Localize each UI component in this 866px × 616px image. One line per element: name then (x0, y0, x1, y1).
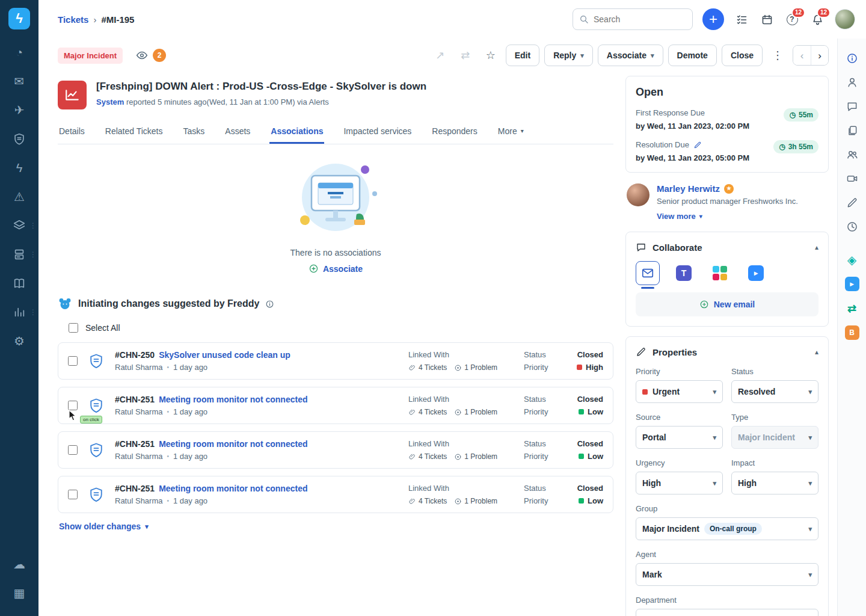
source-select[interactable]: Portal ▾ (636, 426, 723, 449)
more-actions-button[interactable]: ⋮ (767, 45, 788, 66)
sidebar-item-apps[interactable]: ▦ (0, 579, 38, 608)
change-title-link[interactable]: Meeting room monitor not connected (159, 439, 307, 449)
drag-handle-icon[interactable]: ⋮ (29, 251, 37, 258)
change-checkbox[interactable] (68, 356, 78, 366)
channel-email-button[interactable] (636, 261, 660, 285)
search-input[interactable] (594, 14, 686, 24)
new-email-button[interactable]: New email (636, 292, 818, 316)
change-card[interactable]: #CHN-251Meeting room monitor not connect… (58, 387, 613, 424)
change-title-link[interactable]: Meeting room monitor not connected (159, 484, 307, 493)
app-b-button[interactable]: B (845, 325, 859, 340)
details-info-button[interactable] (841, 47, 863, 69)
global-search[interactable] (573, 8, 693, 30)
breadcrumb-tickets-link[interactable]: Tickets (58, 14, 88, 25)
sidebar-item-knowledge[interactable] (0, 269, 38, 298)
linked-problems-chip[interactable]: 1 Problem (454, 408, 497, 416)
sidebar-item-automation[interactable]: ϟ (0, 153, 38, 182)
change-title-link[interactable]: Meeting room monitor not connected (159, 395, 307, 404)
sidebar-item-dashboard[interactable]: ◔ (0, 38, 38, 67)
previous-ticket-button[interactable]: ‹ (793, 46, 811, 65)
tab-more[interactable]: More▾ (497, 122, 525, 144)
conversations-button[interactable] (841, 95, 863, 117)
linked-tickets-chip[interactable]: 4 Tickets (408, 408, 447, 416)
notifications-button[interactable]: 12 (809, 11, 825, 27)
linked-tickets-chip[interactable]: 4 Tickets (408, 363, 447, 372)
linked-tickets-chip[interactable]: 4 Tickets (408, 497, 447, 505)
demote-button[interactable]: Demote (668, 45, 717, 66)
info-icon[interactable] (265, 300, 274, 309)
department-select[interactable]: ▾ (636, 609, 818, 616)
sidebar-item-assets[interactable]: ⋮ (0, 240, 38, 269)
app-video-button[interactable]: ▸ (845, 277, 859, 291)
collapse-properties-button[interactable]: ▴ (815, 348, 818, 356)
linked-problems-chip[interactable]: 1 Problem (454, 452, 497, 461)
sidebar-item-analytics[interactable]: ⋮ (0, 298, 38, 327)
time-log-button[interactable] (841, 215, 863, 238)
view-more-link[interactable]: View more▾ (657, 212, 798, 221)
notes-button[interactable] (841, 191, 863, 214)
reporter-link[interactable]: System (96, 97, 124, 106)
requester-avatar[interactable] (627, 183, 650, 206)
change-card[interactable]: #CHN-251Meeting room monitor not connect… (58, 476, 613, 513)
watchers[interactable]: 2 (136, 49, 166, 62)
next-ticket-button[interactable]: › (811, 46, 828, 65)
group-select[interactable]: Major IncidentOn-call group ▾ (636, 517, 818, 540)
linked-problems-chip[interactable]: 1 Problem (454, 363, 497, 372)
edit-pencil-icon[interactable] (693, 141, 702, 149)
requester-info-button[interactable] (841, 71, 863, 93)
associate-button[interactable]: Associate▾ (598, 45, 663, 66)
sidebar-item-settings[interactable]: ⚙ (0, 327, 38, 356)
edit-button[interactable]: Edit (506, 45, 539, 66)
drag-handle-icon[interactable]: ⋮ (29, 309, 37, 316)
requester-name-link[interactable]: Marley Herwitz (657, 183, 720, 194)
sidebar-item-alerts[interactable]: ⚠ (0, 182, 38, 211)
change-checkbox[interactable] (68, 490, 78, 499)
change-card[interactable]: #CHN-250SkySolver unused code clean up R… (58, 342, 613, 380)
app-sync-button[interactable]: ⇄ (841, 297, 863, 319)
linked-problems-chip[interactable]: 1 Problem (454, 497, 497, 505)
sidebar-item-releases[interactable]: ✈ (0, 96, 38, 125)
change-checkbox[interactable] (68, 401, 78, 410)
channel-teams-button[interactable]: T (672, 261, 696, 285)
associate-link[interactable]: Associate (309, 263, 363, 274)
meeting-button[interactable] (841, 167, 863, 189)
drag-handle-icon[interactable]: ⋮ (29, 222, 37, 229)
show-older-changes-link[interactable]: Show older changes ▾ (59, 522, 613, 531)
sidebar-item-services[interactable]: ⋮ (0, 211, 38, 240)
priority-select[interactable]: Urgent ▾ (636, 380, 723, 403)
collapse-collaborate-button[interactable]: ▴ (815, 243, 818, 251)
urgency-select[interactable]: High ▾ (636, 472, 723, 494)
channel-slack-button[interactable] (708, 261, 732, 285)
sidebar-item-security[interactable] (0, 125, 38, 153)
todo-list-button[interactable] (734, 11, 749, 27)
change-checkbox[interactable] (68, 445, 78, 455)
tab-related-tickets[interactable]: Related Tickets (104, 122, 164, 144)
new-item-button[interactable]: + (702, 8, 724, 30)
close-button[interactable]: Close (722, 45, 763, 66)
star-button[interactable]: ☆ (481, 45, 501, 66)
tab-impacted-services[interactable]: Impacted services (342, 122, 413, 144)
channel-zoom-button[interactable]: ▸ (744, 261, 768, 285)
tab-assets[interactable]: Assets (224, 122, 251, 144)
linked-tickets-chip[interactable]: 4 Tickets (408, 452, 447, 461)
change-card[interactable]: #CHN-251Meeting room monitor not connect… (58, 431, 613, 469)
related-docs-button[interactable] (841, 119, 863, 141)
select-all-checkbox[interactable] (69, 323, 78, 333)
agent-select[interactable]: Mark ▾ (636, 563, 818, 586)
tab-tasks[interactable]: Tasks (182, 122, 206, 144)
change-title-link[interactable]: SkySolver unused code clean up (159, 350, 290, 360)
tab-responders[interactable]: Responders (431, 122, 479, 144)
help-button[interactable]: ? 12 (784, 11, 800, 27)
tab-details[interactable]: Details (58, 122, 86, 144)
freshservice-logo-icon[interactable]: ϟ (8, 8, 30, 29)
status-select[interactable]: Resolved ▾ (731, 380, 818, 403)
app-freshconnect-button[interactable]: ◈ (841, 248, 863, 271)
tab-associations[interactable]: Associations (269, 122, 324, 144)
reply-button[interactable]: Reply▾ (544, 45, 593, 66)
calendar-button[interactable] (759, 11, 775, 27)
sidebar-item-tickets[interactable]: ✉ (0, 67, 38, 96)
user-avatar[interactable] (835, 9, 855, 29)
sidebar-item-cloud[interactable]: ☁ (0, 550, 38, 579)
collaborators-button[interactable] (841, 143, 863, 165)
impact-select[interactable]: High ▾ (731, 472, 818, 494)
